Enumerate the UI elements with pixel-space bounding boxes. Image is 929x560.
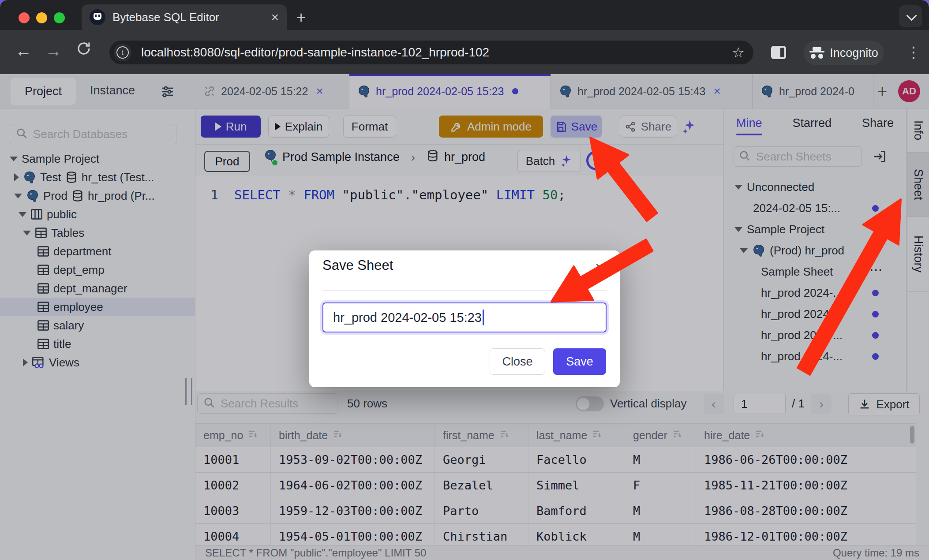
browser-tab-close-icon[interactable]: × [271,10,279,25]
screen: Bytebase SQL Editor × + ← → i localhost:… [0,0,929,560]
sheet-name-input[interactable]: hr_prod 2024-02-05 15:23 [322,302,607,332]
bytebase-favicon-icon [90,9,105,25]
incognito-label: Incognito [830,46,878,60]
info-icon: i [116,46,129,59]
forward-button[interactable]: → [45,41,62,60]
dialog-close-button[interactable]: Close [490,348,545,375]
bookmark-star-icon[interactable]: ☆ [732,44,745,61]
url-text: localhost:8080/sql-editor/prod-sample-in… [141,45,489,60]
window-minimize-button[interactable] [36,12,47,23]
dialog-divider [322,290,607,291]
browser-tab[interactable]: Bytebase SQL Editor × [82,4,287,30]
sheet-name-value: hr_prod 2024-02-05 15:23 [333,310,482,325]
new-browser-tab-button[interactable]: + [296,10,306,26]
address-bar[interactable]: i localhost:8080/sql-editor/prod-sample-… [109,41,753,64]
dialog-save-button[interactable]: Save [553,348,606,375]
dialog-title: Save Sheet [322,258,393,273]
tab-search-button[interactable] [899,5,922,27]
window-zoom-button[interactable] [54,12,65,23]
window-close-button[interactable] [19,12,30,23]
back-button[interactable]: ← [15,41,32,60]
save-sheet-dialog: Save Sheet × hr_prod 2024-02-05 15:23 Cl… [309,250,620,387]
side-panel-icon[interactable] [771,46,786,59]
browser-chrome: Bytebase SQL Editor × + ← → i localhost:… [0,0,929,74]
incognito-icon [809,47,824,59]
reload-icon [76,41,92,56]
browser-tab-title: Bytebase SQL Editor [112,11,219,24]
dialog-close-icon[interactable]: × [595,258,604,276]
incognito-badge: Incognito [804,41,884,65]
site-info-button[interactable]: i [114,44,131,61]
chevron-down-icon [906,10,917,21]
browser-menu-button[interactable]: ⋮ [906,43,921,61]
reload-button[interactable] [76,41,92,60]
browser-toolbar: ← → i localhost:8080/sql-editor/prod-sam… [0,30,929,74]
text-cursor [483,310,484,325]
